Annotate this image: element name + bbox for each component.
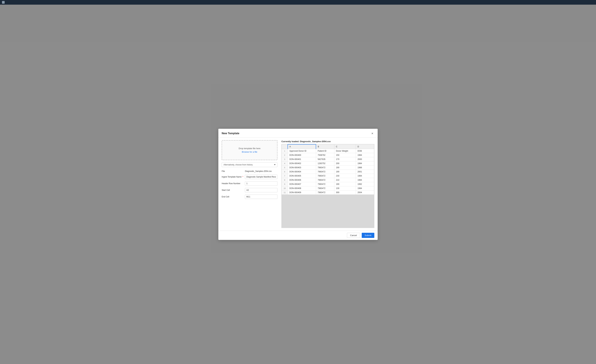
cell-d: 1984 xyxy=(356,174,374,178)
cell-rownum: 1 xyxy=(282,149,288,153)
topbar xyxy=(0,0,596,5)
cell-b: 7983472 xyxy=(316,166,334,170)
cell-b: 7983472 xyxy=(316,182,334,186)
table-header-row: A B C D xyxy=(282,144,374,149)
cell-a: DON-000404 xyxy=(288,170,316,174)
cell-a: DON-000402 xyxy=(288,161,316,166)
cell-c: 230 xyxy=(334,174,356,178)
cell-a: DON-000409 xyxy=(288,190,316,195)
cell-a: DON-000403 xyxy=(288,166,316,170)
cell-c: 200 xyxy=(334,161,356,166)
table-row: 11 DON-000409 7983472 300 2004 xyxy=(282,190,374,195)
cancel-button[interactable]: Cancel xyxy=(347,233,360,238)
cell-b: 7938762 xyxy=(316,153,334,157)
header-row-label: Header Row Number xyxy=(222,182,245,185)
header-row-input[interactable] xyxy=(245,181,277,186)
gray-area xyxy=(282,195,374,228)
cell-rownum: 8 xyxy=(282,178,288,182)
preview-table-wrapper[interactable]: A B C D 1 Approved Donor ID Patient ID D… xyxy=(281,144,374,228)
cell-a: DON-000405 xyxy=(288,174,316,178)
file-label: File xyxy=(222,170,245,172)
cell-rownum: 6 xyxy=(282,170,288,174)
modal-overlay: New Template × Drop template file here B… xyxy=(0,5,596,364)
cell-c: 130 xyxy=(334,186,356,190)
cell-c: 170 xyxy=(334,157,356,161)
start-cell-input[interactable] xyxy=(245,188,277,192)
modal-footer: Cancel Submit xyxy=(218,230,378,240)
topbar-icon xyxy=(2,1,5,4)
cell-b: 7983472 xyxy=(316,174,334,178)
cell-rownum: 4 xyxy=(282,161,288,166)
submit-button[interactable]: Submit xyxy=(362,233,374,238)
modal-header: New Template × xyxy=(218,129,378,138)
right-panel: Currently loaded: Diagnostic_Samples-205… xyxy=(281,140,374,228)
table-row: 5 DON-000403 7983472 190 1988 xyxy=(282,166,374,170)
table-row: 1 Approved Donor ID Patient ID Donor Wei… xyxy=(282,149,374,153)
end-cell-label: End Cell xyxy=(222,196,245,198)
cell-d: 2004 xyxy=(356,190,374,195)
cell-rownum: 11 xyxy=(282,190,288,195)
cell-a: Approved Donor ID xyxy=(288,149,316,153)
cell-b: 7983472 xyxy=(316,186,334,190)
cell-b: 1283752 xyxy=(316,161,334,166)
cell-rownum: 2 xyxy=(282,153,288,157)
cell-c: 190 xyxy=(334,182,356,186)
cell-c: 150 xyxy=(334,153,356,157)
loaded-label: Currently loaded: Diagnostic_Samples-205… xyxy=(281,140,374,143)
cell-c: 190 xyxy=(334,170,356,174)
cell-d: 1984 xyxy=(356,161,374,166)
cell-d: 2000 xyxy=(356,157,374,161)
cell-d: 1992 xyxy=(356,182,374,186)
col-header-c: C xyxy=(334,144,356,149)
table-row: 7 DON-000405 7983472 230 1984 xyxy=(282,174,374,178)
cell-rownum: 3 xyxy=(282,157,288,161)
table-row: 2 DON-000400 7938762 150 1984 xyxy=(282,153,374,157)
modal-body: Drop template file here Browse for a fil… xyxy=(218,138,378,230)
table-row: 10 DON-000408 7983472 130 1984 xyxy=(282,186,374,190)
cell-rownum: 9 xyxy=(282,182,288,186)
table-row: 8 DON-000406 7983472 210 1984 xyxy=(282,178,374,182)
cell-rownum: 7 xyxy=(282,174,288,178)
cell-c: 210 xyxy=(334,178,356,182)
file-value: Diagnostic_Samples-2054.csv xyxy=(245,170,272,172)
table-row: 3 DON-000401 5827635 170 2000 xyxy=(282,157,374,161)
end-cell-input[interactable] xyxy=(245,195,277,199)
cell-d: 2001 xyxy=(356,170,374,174)
table-row: 4 DON-000402 1283752 200 1984 xyxy=(282,161,374,166)
col-header-b: B xyxy=(316,144,334,149)
col-header-rownum xyxy=(282,144,288,149)
cell-b: 7983472 xyxy=(316,178,334,182)
close-button[interactable]: × xyxy=(370,131,374,135)
cell-b: 5827635 xyxy=(316,157,334,161)
cell-d: DOB xyxy=(356,149,374,153)
cell-c: 190 xyxy=(334,166,356,170)
cell-d: 1984 xyxy=(356,178,374,182)
table-row: 9 DON-000407 7983472 190 1992 xyxy=(282,182,374,186)
template-name-label: Ingest Template Name * xyxy=(222,176,245,178)
cell-d: 1984 xyxy=(356,186,374,190)
cell-a: DON-000407 xyxy=(288,182,316,186)
preview-table: A B C D 1 Approved Donor ID Patient ID D… xyxy=(282,144,374,195)
file-row: File Diagnostic_Samples-2054.csv xyxy=(222,170,277,172)
cell-a: DON-000400 xyxy=(288,153,316,157)
browse-link[interactable]: Browse for a file xyxy=(242,151,257,153)
left-panel: Drop template file here Browse for a fil… xyxy=(222,140,281,228)
table-row: 6 DON-000404 7983472 190 2001 xyxy=(282,170,374,174)
cell-d: 1984 xyxy=(356,153,374,157)
start-cell-row: Start Cell xyxy=(222,188,277,192)
drop-text: Drop template file here xyxy=(225,147,274,150)
template-name-row: Ingest Template Name * xyxy=(222,175,277,179)
drop-zone[interactable]: Drop template file here Browse for a fil… xyxy=(222,140,277,160)
col-header-a: A xyxy=(288,144,316,149)
modal-title: New Template xyxy=(222,132,239,135)
history-select[interactable]: Alternatively, choose from history xyxy=(222,163,277,167)
cell-rownum: 10 xyxy=(282,186,288,190)
new-template-modal: New Template × Drop template file here B… xyxy=(218,129,378,240)
cell-a: DON-000401 xyxy=(288,157,316,161)
col-header-d: D xyxy=(356,144,374,149)
header-row-number-row: Header Row Number xyxy=(222,181,277,186)
cell-a: DON-000406 xyxy=(288,178,316,182)
cell-c: 300 xyxy=(334,190,356,195)
end-cell-row: End Cell xyxy=(222,195,277,199)
template-name-input[interactable] xyxy=(245,175,277,179)
